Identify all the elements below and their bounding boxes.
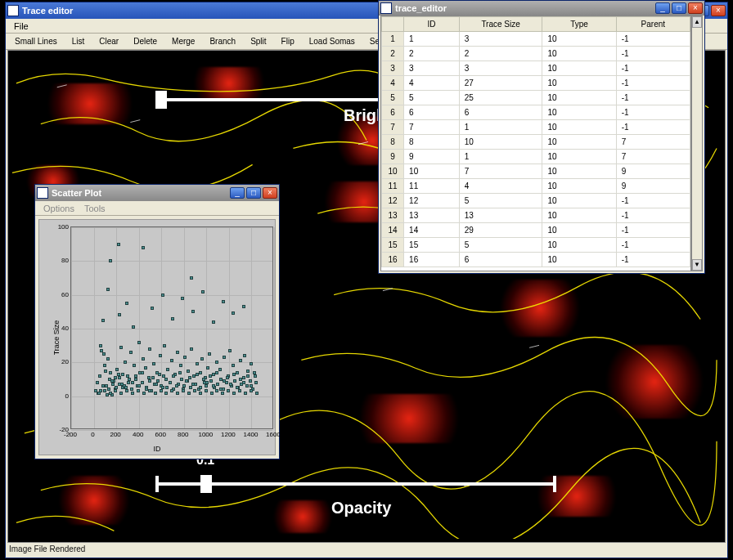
- table-row[interactable]: 66610-1: [382, 105, 690, 120]
- scatter-point: [134, 374, 137, 378]
- opacity-slider-thumb[interactable]: [200, 475, 212, 493]
- scatter-point: [132, 325, 135, 329]
- table-header-1[interactable]: ID: [404, 17, 460, 32]
- scatter-point: [223, 379, 226, 383]
- table-header-3[interactable]: Type: [542, 17, 616, 32]
- table-row[interactable]: 77110-1: [382, 120, 690, 135]
- tool-split[interactable]: Split: [245, 34, 272, 48]
- table-scrollbar[interactable]: ▲ ▼: [691, 16, 703, 271]
- table-close-button[interactable]: ×: [688, 2, 703, 14]
- scatter-point: [255, 392, 259, 395]
- trace-table[interactable]: IDTrace SizeTypeParent 11310-122210-1333…: [381, 16, 690, 267]
- table-row[interactable]: 8810107: [382, 135, 690, 150]
- scatter-point: [199, 392, 202, 395]
- scatter-point: [236, 371, 239, 374]
- table-row[interactable]: 11114109: [382, 179, 690, 194]
- brightness-slider-thumb[interactable]: [155, 91, 167, 109]
- scatter-point: [179, 364, 182, 367]
- table-row[interactable]: 13131310-1: [382, 208, 690, 223]
- scatter-point: [239, 359, 242, 362]
- table-row[interactable]: 22210-1: [382, 47, 690, 61]
- table-cell: 11: [404, 179, 460, 194]
- scatter-point: [228, 349, 232, 352]
- table-cell: 9: [616, 164, 690, 179]
- table-row[interactable]: 1212510-1: [382, 194, 690, 208]
- scatter-point: [218, 368, 222, 371]
- scatter-point: [227, 389, 230, 392]
- tool-list[interactable]: List: [66, 34, 91, 48]
- table-cell: 3: [459, 61, 542, 76]
- scroll-up-button[interactable]: ▲: [692, 16, 702, 28]
- menu-file[interactable]: File: [9, 20, 34, 33]
- tool-branch[interactable]: Branch: [204, 34, 241, 48]
- scatter-point: [154, 392, 157, 395]
- scatter-point: [176, 351, 179, 354]
- scatter-xlabel: ID: [154, 445, 161, 453]
- table-cell: 10: [542, 253, 616, 267]
- table-row[interactable]: 10107109: [382, 164, 690, 179]
- scatter-ytick: 100: [54, 223, 69, 231]
- table-row[interactable]: 1616610-1: [382, 253, 690, 267]
- table-row[interactable]: 14142910-1: [382, 223, 690, 238]
- table-header-2[interactable]: Trace Size: [459, 17, 542, 32]
- scatter-close-button[interactable]: ×: [263, 187, 277, 199]
- table-titlebar[interactable]: trace_editor _ □ ×: [379, 1, 704, 16]
- table-row[interactable]: 33310-1: [382, 61, 690, 76]
- table-row[interactable]: 552510-1: [382, 91, 690, 105]
- table-cell: -1: [616, 208, 690, 223]
- scatter-point: [183, 356, 187, 359]
- scatter-point: [127, 381, 130, 384]
- scatter-menu-tools[interactable]: Tools: [79, 202, 110, 215]
- scatter-maximize-button[interactable]: □: [246, 187, 261, 199]
- scatter-point: [114, 376, 117, 379]
- table-row[interactable]: 991107: [382, 150, 690, 164]
- table-row[interactable]: 11310-1: [382, 32, 690, 47]
- table-cell: 10: [542, 194, 616, 208]
- table-cell: 7: [616, 135, 690, 150]
- tool-flip[interactable]: Flip: [276, 34, 300, 48]
- tool-clear[interactable]: Clear: [93, 34, 124, 48]
- table-cell: 4: [404, 76, 460, 91]
- scatter-app-icon: [37, 187, 48, 199]
- opacity-slider-track[interactable]: [155, 482, 556, 486]
- scatter-point: [201, 290, 205, 293]
- scatter-point: [229, 383, 232, 386]
- table-row[interactable]: 1515510-1: [382, 238, 690, 253]
- table-cell: 1: [382, 32, 404, 47]
- scatter-point: [185, 379, 188, 383]
- scatter-point: [119, 346, 123, 349]
- scroll-down-button[interactable]: ▼: [692, 259, 702, 271]
- table-cell: 1: [404, 32, 460, 47]
- scatter-point: [102, 352, 106, 356]
- svg-line-1: [130, 120, 140, 123]
- scatter-point: [152, 362, 155, 365]
- scatter-point: [144, 366, 147, 370]
- close-button[interactable]: ×: [711, 5, 726, 16]
- scatter-point: [166, 368, 169, 371]
- table-cell: 13: [382, 208, 404, 223]
- table-maximize-button[interactable]: □: [672, 2, 686, 14]
- scatter-point: [212, 320, 215, 324]
- table-cell: 4: [459, 179, 542, 194]
- scatter-point: [191, 383, 195, 386]
- scatter-point: [131, 392, 134, 395]
- scatter-titlebar[interactable]: Scatter Plot _ □ ×: [35, 185, 279, 201]
- tool-small-lines[interactable]: Small Lines: [9, 34, 63, 48]
- scatter-minimize-button[interactable]: _: [230, 187, 245, 199]
- scatter-plot-area[interactable]: Trace Size ID -20020406080100-2000200400…: [38, 219, 276, 455]
- scatter-point: [187, 370, 190, 373]
- table-header-0[interactable]: [382, 17, 404, 32]
- scatter-point: [125, 389, 128, 392]
- tool-delete[interactable]: Delete: [128, 34, 163, 48]
- brightness-slider-track[interactable]: [155, 98, 384, 101]
- scatter-point: [96, 381, 99, 384]
- table-cell: 5: [459, 238, 542, 253]
- tool-load-somas[interactable]: Load Somas: [304, 34, 361, 48]
- tool-merge[interactable]: Merge: [166, 34, 200, 48]
- table-header-4[interactable]: Parent: [616, 17, 690, 32]
- scatter-menu-options[interactable]: Options: [38, 202, 79, 215]
- table-row[interactable]: 442710-1: [382, 76, 690, 91]
- table-minimize-button[interactable]: _: [655, 2, 670, 14]
- scatter-point: [161, 293, 164, 297]
- scatter-point: [196, 362, 199, 365]
